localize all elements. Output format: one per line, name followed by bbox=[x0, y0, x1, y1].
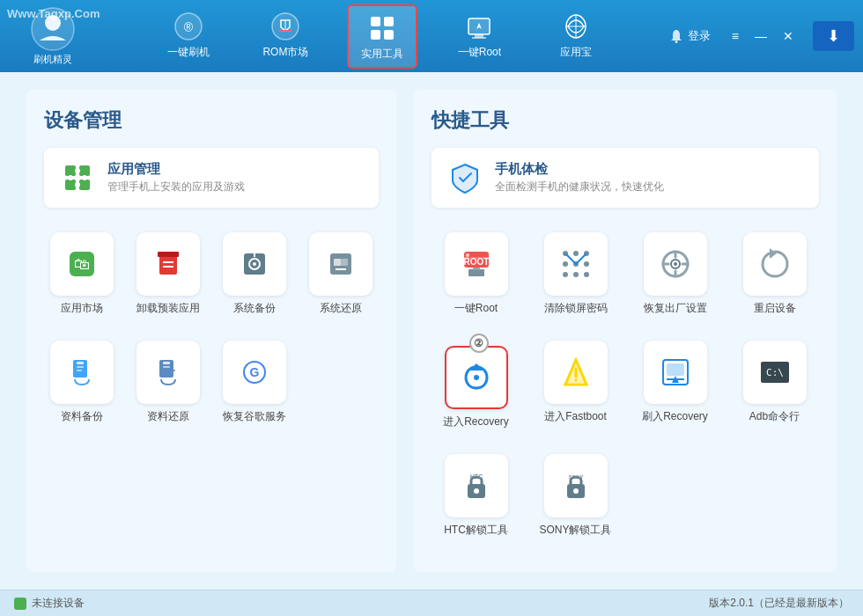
icon-htc-unlock[interactable]: HTC HTC解锁工具 bbox=[432, 447, 520, 545]
icon-sys-backup[interactable]: 系统备份 bbox=[217, 225, 292, 323]
sys-backup-icon-box bbox=[223, 232, 286, 296]
right-icon-grid: ROOT 一键Root bbox=[432, 225, 819, 545]
icon-uninstall[interactable]: 卸载预装应用 bbox=[130, 225, 206, 323]
htc-unlock-label: HTC解锁工具 bbox=[444, 523, 508, 538]
tab-flash-label: 一键刷机 bbox=[167, 45, 210, 60]
icon-sony-unlock[interactable]: SONY SONY解锁工具 bbox=[531, 447, 620, 545]
svg-text:SONY: SONY bbox=[568, 474, 583, 480]
uninstall-label: 卸载预装应用 bbox=[136, 301, 200, 316]
app-store-icon-box: 🛍 bbox=[50, 232, 114, 296]
svg-rect-7 bbox=[384, 17, 394, 26]
icon-google-restore[interactable]: G 恢复谷歌服务 bbox=[217, 334, 292, 431]
svg-rect-12 bbox=[472, 37, 486, 39]
login-label: 登录 bbox=[688, 28, 711, 44]
svg-rect-53 bbox=[473, 268, 480, 270]
svg-point-21 bbox=[68, 175, 73, 180]
svg-point-22 bbox=[82, 175, 87, 180]
fastboot-label: 进入Fastboot bbox=[544, 409, 607, 424]
app-mgmt-title: 应用管理 bbox=[107, 161, 245, 178]
svg-point-69 bbox=[474, 375, 479, 380]
header: Www.Tagxp.Com 刷机精灵 ® 一键刷机 bbox=[0, 0, 863, 72]
menu-button[interactable]: ≡ bbox=[727, 27, 744, 45]
data-backup-label: 资料备份 bbox=[61, 409, 103, 424]
tab-tools-label: 实用工具 bbox=[361, 47, 403, 62]
phone-check-card[interactable]: 手机体检 全面检测手机的健康状况，快速优化 bbox=[432, 148, 819, 208]
left-panel: 设备管理 应用管理 管理手机上安装的应用及游戏 bbox=[26, 90, 396, 572]
tab-apps[interactable]: 应用宝 bbox=[541, 4, 611, 69]
main-content: 设备管理 应用管理 管理手机上安装的应用及游戏 bbox=[0, 72, 863, 590]
tab-tools[interactable]: 实用工具 bbox=[347, 4, 417, 69]
apps-icon bbox=[559, 10, 593, 43]
svg-point-66 bbox=[674, 262, 677, 266]
left-icon-grid: 🛍 应用市场 卸载预装应用 bbox=[44, 225, 379, 431]
icon-clear-lock[interactable]: 清除锁屏密码 bbox=[531, 225, 620, 323]
reboot-icon-box bbox=[743, 232, 807, 296]
svg-point-73 bbox=[574, 379, 577, 382]
icon-fastboot[interactable]: 进入Fastboot bbox=[531, 334, 620, 436]
nav-tabs: ® 一键刷机 ROM市场 bbox=[97, 4, 668, 69]
svg-text:HTC: HTC bbox=[469, 473, 482, 480]
tab-root[interactable]: 一键Root bbox=[444, 4, 514, 69]
icon-one-root[interactable]: ROOT 一键Root bbox=[432, 225, 520, 323]
rom-icon bbox=[269, 10, 302, 43]
tab-flash[interactable]: ® 一键刷机 bbox=[153, 4, 224, 69]
svg-text:ROOT: ROOT bbox=[463, 257, 489, 267]
close-button[interactable]: ✕ bbox=[778, 27, 799, 45]
svg-point-84 bbox=[573, 488, 579, 494]
login-button[interactable]: 登录 bbox=[668, 28, 711, 44]
recovery-icon-box bbox=[445, 346, 508, 409]
sony-unlock-label: SONY解锁工具 bbox=[539, 523, 611, 538]
clear-lock-icon-box bbox=[544, 232, 608, 296]
reboot-label: 重启设备 bbox=[754, 301, 796, 316]
icon-reboot[interactable]: 重启设备 bbox=[730, 225, 819, 323]
phone-check-desc: 全面检测手机的健康状况，快速优化 bbox=[495, 180, 664, 194]
icon-data-backup[interactable]: 资料备份 bbox=[44, 334, 120, 431]
svg-point-63 bbox=[584, 272, 589, 277]
svg-rect-42 bbox=[163, 362, 170, 364]
minimize-button[interactable]: — bbox=[749, 27, 772, 45]
icon-app-store[interactable]: 🛍 应用市场 bbox=[44, 225, 120, 323]
phone-check-text: 手机体检 全面检测手机的健康状况，快速优化 bbox=[495, 161, 664, 194]
icon-data-restore[interactable]: 资料还原 bbox=[130, 334, 206, 431]
clear-lock-label: 清除锁屏密码 bbox=[544, 301, 608, 316]
icon-adb[interactable]: C:\ Adb命令行 bbox=[730, 334, 819, 436]
svg-point-61 bbox=[563, 272, 568, 277]
icon-factory-reset[interactable]: 恢复出厂设置 bbox=[631, 225, 719, 323]
header-right: 登录 ≡ — ✕ ⬇ bbox=[668, 21, 854, 51]
window-controls: ≡ — ✕ bbox=[727, 27, 799, 45]
factory-reset-icon-box bbox=[644, 232, 707, 296]
svg-point-62 bbox=[573, 272, 579, 277]
google-restore-icon-box: G bbox=[223, 341, 286, 404]
download-button[interactable]: ⬇ bbox=[813, 21, 854, 51]
shield-icon bbox=[447, 160, 483, 195]
svg-rect-36 bbox=[341, 259, 348, 266]
icon-recovery[interactable]: ② 进入Recovery bbox=[432, 334, 520, 436]
htc-unlock-icon-box: HTC bbox=[445, 454, 508, 517]
left-panel-title: 设备管理 bbox=[44, 107, 379, 134]
flash-icon: ® bbox=[172, 10, 205, 43]
google-restore-label: 恢复谷歌服务 bbox=[223, 409, 286, 424]
app-mgmt-card[interactable]: 应用管理 管理手机上安装的应用及游戏 bbox=[44, 148, 379, 208]
right-panel-title: 快捷工具 bbox=[432, 107, 819, 134]
svg-text:®: ® bbox=[184, 20, 194, 34]
adb-label: Adb命令行 bbox=[749, 409, 800, 424]
svg-text:C:\: C:\ bbox=[766, 367, 784, 378]
app-mgmt-desc: 管理手机上安装的应用及游戏 bbox=[107, 180, 245, 194]
svg-rect-17 bbox=[79, 165, 90, 176]
sony-unlock-icon-box: SONY bbox=[544, 454, 608, 517]
svg-rect-75 bbox=[667, 363, 684, 376]
icon-flash-recovery[interactable]: 刷入Recovery bbox=[631, 334, 719, 436]
status-left: 未连接设备 bbox=[14, 596, 85, 611]
svg-rect-40 bbox=[77, 370, 82, 371]
watermark-text: Www.Tagxp.Com bbox=[7, 7, 100, 20]
logo-label: 刷机精灵 bbox=[33, 53, 72, 66]
tab-rom[interactable]: ROM市场 bbox=[250, 4, 321, 69]
svg-rect-6 bbox=[371, 17, 380, 26]
svg-point-20 bbox=[75, 168, 80, 173]
svg-text:G: G bbox=[250, 365, 260, 379]
svg-rect-52 bbox=[468, 269, 484, 276]
recovery-label: 进入Recovery bbox=[443, 414, 509, 429]
one-root-label: 一键Root bbox=[454, 301, 498, 316]
icon-sys-restore[interactable]: 系统还原 bbox=[303, 225, 379, 323]
flash-recovery-icon-box bbox=[644, 341, 707, 404]
